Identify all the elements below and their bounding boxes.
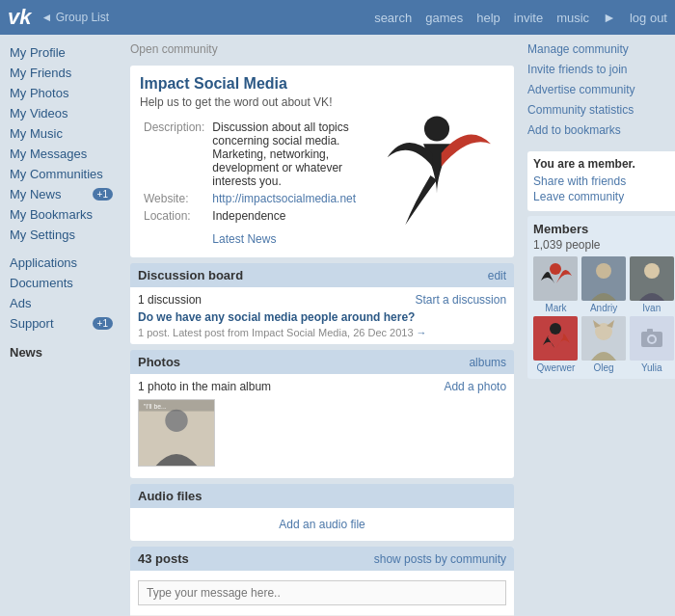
sidebar-item-photos[interactable]: My Photos: [0, 83, 122, 103]
member-item-qwerwer[interactable]: Qwerwer: [533, 316, 579, 373]
discussion-section: Discussion board edit 1 discussion Start…: [130, 263, 514, 344]
photos-add-link[interactable]: Add a photo: [444, 380, 506, 393]
member-name-qwerwer: Qwerwer: [536, 362, 575, 373]
sidebar-item-documents[interactable]: Documents: [0, 273, 122, 293]
community-statistics-link[interactable]: Community statistics: [527, 103, 675, 117]
news-section-label: News: [0, 341, 122, 363]
member-item-andriy[interactable]: Andriy: [581, 256, 627, 313]
posts-input-container: [130, 571, 514, 615]
audio-section: Audio files Add an audio file: [130, 484, 514, 541]
sidebar-item-communities[interactable]: My Communities: [0, 164, 122, 184]
search-link[interactable]: search: [374, 11, 412, 25]
manage-community-link[interactable]: Manage community: [527, 42, 675, 56]
invite-link[interactable]: invite: [514, 11, 543, 25]
community-header: Impact Social Media Help us to get the w…: [130, 66, 514, 257]
sidebar-item-profile[interactable]: My Profile: [0, 42, 122, 63]
discussion-meta: 1 post. Latest post from Impact Social M…: [138, 327, 506, 338]
sidebar-item-support[interactable]: Support +1: [0, 313, 122, 334]
support-badge: +1: [93, 317, 113, 330]
member-avatar-oleg: [581, 316, 626, 361]
svg-rect-6: [533, 256, 578, 301]
sidebar-item-applications[interactable]: Applications: [0, 253, 122, 273]
sidebar-item-messages[interactable]: My Messages: [0, 144, 122, 164]
posts-show-link[interactable]: show posts by community: [374, 552, 506, 566]
discussion-row: 1 discussion Start a discussion: [138, 293, 506, 307]
member-avatar-qwerwer: [533, 316, 578, 361]
members-count: 1,039 people: [533, 238, 674, 252]
audio-header: Audio files: [130, 484, 514, 508]
community-info: Impact Social Media Help us to get the w…: [140, 75, 360, 248]
sidebar-item-ads[interactable]: Ads: [0, 293, 122, 313]
share-with-friends-link[interactable]: Share with friends: [533, 174, 674, 188]
member-status-card: You are a member. Share with friends Lea…: [527, 151, 675, 211]
member-name-oleg: Oleg: [594, 362, 614, 373]
location-label: Location:: [140, 207, 208, 225]
music-link[interactable]: music: [556, 11, 589, 25]
community-info-table: Description: Discussion about all topics…: [140, 119, 360, 248]
audio-add-link[interactable]: Add an audio file: [279, 518, 364, 531]
discussion-body: 1 discussion Start a discussion Do we ha…: [130, 287, 514, 344]
photos-row: 1 photo in the main album Add a photo: [138, 380, 506, 393]
photo-thumb-svg: "I'll be...: [139, 399, 214, 467]
community-name[interactable]: Impact Social Media: [140, 75, 360, 93]
discussion-count: 1 discussion: [138, 293, 202, 307]
vk-logo[interactable]: vk: [8, 5, 31, 30]
svg-rect-20: [647, 329, 653, 333]
member-item-oleg[interactable]: Oleg: [581, 316, 627, 373]
games-link[interactable]: games: [425, 11, 463, 25]
members-title: Members: [533, 222, 674, 236]
member-avatar-ivan: [630, 256, 674, 301]
discussion-arrow[interactable]: →: [417, 327, 427, 338]
sidebar-item-music[interactable]: My Music: [0, 123, 122, 144]
add-to-bookmarks-link[interactable]: Add to bookmarks: [527, 123, 675, 137]
discussion-edit-link[interactable]: edit: [488, 269, 506, 282]
sidebar-item-bookmarks[interactable]: My Bookmarks: [0, 204, 122, 225]
svg-text:"I'll be...: "I'll be...: [144, 403, 167, 410]
community-logo: [369, 75, 504, 248]
svg-point-2: [165, 410, 187, 432]
advertise-community-link[interactable]: Advertise community: [527, 83, 675, 96]
audio-body: Add an audio file: [130, 508, 514, 541]
top-navigation: vk Group List search games help invite m…: [0, 0, 675, 35]
member-item-mark[interactable]: Mark: [533, 256, 579, 313]
open-community-label: Open community: [130, 42, 514, 56]
nav-arrow[interactable]: ►: [603, 10, 616, 25]
photos-albums-link[interactable]: albums: [469, 356, 506, 369]
member-avatar-mark: [533, 256, 578, 301]
photos-body: 1 photo in the main album Add a photo "I…: [130, 374, 514, 478]
svg-rect-12: [533, 316, 578, 361]
website-link[interactable]: http://impactsocialmedia.net: [212, 192, 356, 205]
member-avatar-yulia: [630, 316, 674, 361]
member-name-andriy: Andriy: [590, 303, 617, 313]
members-grid: Mark Andriy: [533, 256, 674, 373]
member-item-ivan[interactable]: Ivan: [629, 256, 674, 313]
logout-link[interactable]: log out: [630, 11, 667, 25]
location-value: Independence: [208, 207, 360, 225]
description-label: Description:: [140, 119, 208, 190]
sidebar-item-videos[interactable]: My Videos: [0, 103, 122, 123]
photos-section: Photos albums 1 photo in the main album …: [130, 350, 514, 478]
invite-friends-link[interactable]: Invite friends to join: [527, 63, 675, 76]
website-label: Website:: [140, 190, 208, 207]
sidebar-item-friends[interactable]: My Friends: [0, 63, 122, 83]
discussion-question[interactable]: Do we have any social media people aroun…: [138, 310, 506, 324]
sidebar-item-settings[interactable]: My Settings: [0, 225, 122, 245]
posts-section: 43 posts show posts by community: [130, 547, 514, 616]
photo-thumbnail[interactable]: "I'll be...: [138, 399, 215, 467]
help-link[interactable]: help: [476, 11, 500, 25]
member-avatar-andriy: [581, 256, 626, 301]
member-item-yulia[interactable]: Yulia: [629, 316, 674, 373]
svg-point-7: [550, 263, 561, 275]
message-input[interactable]: [138, 580, 506, 605]
leave-community-link[interactable]: Leave community: [533, 190, 674, 203]
discussion-start-link[interactable]: Start a discussion: [415, 293, 506, 307]
group-list-link[interactable]: Group List: [40, 11, 109, 24]
right-panel: Manage community Invite friends to join …: [522, 35, 675, 616]
member-avatar-oleg-svg: [581, 316, 626, 361]
community-tagline: Help us to get the word out about VK!: [140, 95, 360, 109]
member-avatar-yulia-svg: [630, 316, 674, 361]
latest-news-link[interactable]: Latest News: [212, 232, 276, 246]
posts-count: 43 posts: [138, 551, 189, 566]
sidebar-item-news[interactable]: My News +1: [0, 184, 122, 204]
member-name-yulia: Yulia: [641, 362, 662, 373]
